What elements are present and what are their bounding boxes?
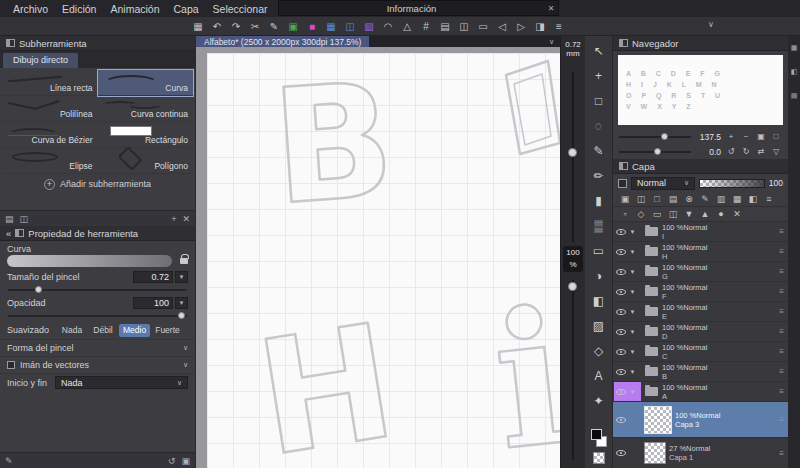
- show-list-icon[interactable]: ▤: [5, 214, 14, 224]
- pen-tool-icon[interactable]: ✎: [589, 138, 609, 163]
- slider-knob[interactable]: [568, 148, 577, 157]
- eyedropper-icon[interactable]: ✎: [5, 456, 13, 466]
- slider-knob[interactable]: [661, 133, 668, 140]
- layer-visibility-icon[interactable]: [616, 417, 626, 423]
- blend-icon[interactable]: [618, 179, 627, 188]
- light-table-icon[interactable]: ◨: [532, 19, 548, 34]
- folder-expand-icon[interactable]: ▼: [628, 369, 637, 375]
- pencil-tool-icon[interactable]: ✏: [589, 163, 609, 188]
- merge-down-icon[interactable]: ▼: [682, 208, 696, 221]
- new-folder-icon[interactable]: ▭: [650, 208, 664, 221]
- Capa 1[interactable]: ▼ 27 %Normal Capa 1 ≡: [613, 438, 788, 468]
- layer-menu-icon[interactable]: ≡: [775, 347, 788, 356]
- folder-expand-icon[interactable]: ▼: [628, 349, 637, 355]
- layer-menu-icon[interactable]: ≡: [775, 449, 788, 458]
- subtool-item[interactable]: Polilínea: [2, 96, 98, 122]
- information-palette-titlebar[interactable]: Información ✕: [278, 0, 559, 16]
- Capa 3[interactable]: ▼ 100 %Normal Capa 3 ≡: [613, 402, 788, 438]
- reset-rotation-icon[interactable]: ▽: [770, 146, 782, 158]
- panel-menu-icon[interactable]: ≡: [551, 19, 567, 34]
- text-tool-icon[interactable]: A: [589, 363, 609, 388]
- new-layer-icon[interactable]: ▫: [618, 208, 632, 221]
- layer-visibility-icon[interactable]: [616, 269, 626, 275]
- layer-visibility-icon[interactable]: [616, 349, 626, 355]
- blend-tool-icon[interactable]: ◑: [589, 263, 609, 288]
- snap-perspective-icon[interactable]: △: [399, 19, 415, 34]
- eraser-tool-icon[interactable]: ▭: [589, 238, 609, 263]
- transparent-color-swatch[interactable]: [593, 452, 605, 464]
- opacity-picker-icon[interactable]: ▾: [175, 297, 188, 309]
- register-settings-icon[interactable]: ▣: [181, 456, 190, 466]
- duplicate-layer-icon[interactable]: ◫: [666, 208, 680, 221]
- layer-menu-icon[interactable]: ≡: [775, 387, 788, 396]
- slider-knob[interactable]: [568, 282, 577, 291]
- blend-mode-dropdown[interactable]: Normal ∨: [631, 177, 695, 190]
- stabilization-option[interactable]: Fuerte: [151, 324, 184, 337]
- folder-expand-icon[interactable]: ▼: [628, 249, 637, 255]
- lasso-tool-icon[interactable]: ◌: [589, 113, 609, 138]
- chevron-down-icon[interactable]: ∨: [183, 344, 188, 352]
- folder-expand-icon[interactable]: ▼: [628, 389, 637, 395]
- snap-grid-icon[interactable]: #: [418, 19, 434, 34]
- subtool-item[interactable]: Curva de Bézier: [2, 122, 98, 148]
- layer-visibility-icon[interactable]: [616, 389, 626, 395]
- G[interactable]: ▼ 100 %Normal G ≡: [613, 262, 788, 282]
- stabilization-option[interactable]: Medio: [119, 324, 150, 337]
- draft-layer-icon[interactable]: □: [650, 193, 664, 206]
- layer-opacity-value[interactable]: 100: [769, 178, 783, 188]
- set-layer-color-icon[interactable]: ▦: [730, 193, 744, 206]
- folder-expand-icon[interactable]: ▼: [628, 309, 637, 315]
- snap-ruler-icon[interactable]: ◠: [380, 19, 396, 34]
- brush-tool-icon[interactable]: ▮: [589, 188, 609, 213]
- play-icon[interactable]: ▷: [513, 19, 529, 34]
- folder-expand-icon[interactable]: ▼: [628, 229, 637, 235]
- gradient-tool-icon[interactable]: ▨: [589, 313, 609, 338]
- color-swatch-icon[interactable]: ■: [304, 19, 320, 34]
- layer-menu-icon[interactable]: ≡: [775, 307, 788, 316]
- cut-icon[interactable]: ✂: [247, 19, 263, 34]
- chevron-down-icon[interactable]: ∨: [183, 361, 188, 369]
- figure-icon[interactable]: ▧: [361, 19, 377, 34]
- guides-icon[interactable]: ▤: [437, 19, 453, 34]
- brush-size-slider[interactable]: [8, 285, 187, 295]
- opacity-value[interactable]: 100: [133, 297, 173, 309]
- menu-item[interactable]: Archivo: [6, 3, 55, 15]
- material-icon[interactable]: ◫: [342, 19, 358, 34]
- eyedropper-tool-icon[interactable]: ✦: [589, 388, 609, 413]
- brush-size-value[interactable]: 0.72: [133, 271, 173, 283]
- menu-item[interactable]: Seleccionar: [206, 3, 275, 15]
- stabilization-option[interactable]: Débil: [88, 324, 118, 337]
- clip-to-layer-icon[interactable]: ▣: [618, 193, 632, 206]
- layer-visibility-icon[interactable]: [616, 329, 626, 335]
- chevron-down-icon[interactable]: ∨: [708, 20, 714, 29]
- lock-icon[interactable]: [180, 258, 188, 264]
- zoom-out-icon[interactable]: −: [740, 131, 752, 143]
- brush-size-vertical-slider[interactable]: [572, 72, 574, 242]
- rotate-ccw-icon[interactable]: ↺: [725, 146, 737, 158]
- navigator-thumbnail[interactable]: A B C D E F GH I J K L M NO P Q R S T UV…: [618, 55, 783, 125]
- layer-panel-menu-icon[interactable]: ≡: [762, 193, 776, 206]
- A[interactable]: ▼ 100 %Normal A ≡: [613, 382, 788, 402]
- subtool-item[interactable]: Curva continua: [98, 96, 194, 122]
- workspace-grid-icon[interactable]: ▦: [190, 19, 206, 34]
- layer-visibility-icon[interactable]: [616, 249, 626, 255]
- stabilization-option[interactable]: Nada: [57, 324, 87, 337]
- opacity-slider[interactable]: [8, 311, 187, 321]
- layer-menu-icon[interactable]: ≡: [775, 247, 788, 256]
- C[interactable]: ▼ 100 %Normal C ≡: [613, 342, 788, 362]
- H[interactable]: ▼ 100 %Normal H ≡: [613, 242, 788, 262]
- layer-menu-icon[interactable]: ≡: [775, 327, 788, 336]
- layer-menu-icon[interactable]: ≡: [775, 367, 788, 376]
- two-pane-icon[interactable]: ◧: [746, 193, 760, 206]
- slider-knob[interactable]: [35, 286, 42, 293]
- airbrush-tool-icon[interactable]: ▒: [589, 213, 609, 238]
- figure-tool-icon[interactable]: ◇: [589, 338, 609, 363]
- B[interactable]: ▼ 100 %Normal B ≡: [613, 362, 788, 382]
- lock-transparent-icon[interactable]: ⊗: [682, 193, 696, 206]
- rotate-cw-icon[interactable]: ↻: [740, 146, 752, 158]
- delete-layer-icon[interactable]: ✕: [730, 208, 744, 221]
- new-vector-layer-icon[interactable]: ◇: [634, 208, 648, 221]
- menu-item[interactable]: Capa: [167, 3, 206, 15]
- actual-size-icon[interactable]: □: [770, 131, 782, 143]
- enable-mask-icon[interactable]: ✎: [698, 193, 712, 206]
